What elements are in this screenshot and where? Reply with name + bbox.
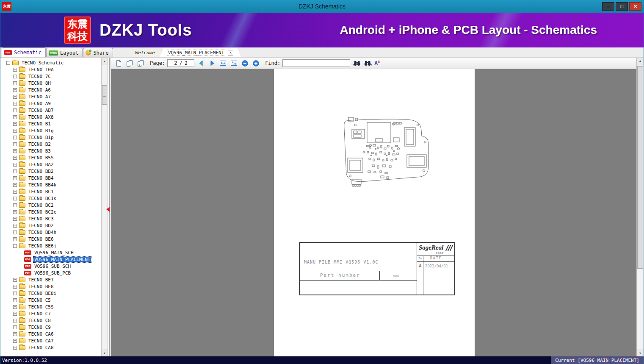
tree-item-folder[interactable]: +TECNO C8 <box>0 317 100 324</box>
expand-toggle-icon[interactable]: + <box>13 169 17 173</box>
expand-toggle-icon[interactable]: + <box>13 339 17 343</box>
match-case-icon[interactable]: Aa <box>374 60 380 66</box>
tree-item-folder[interactable]: +TECNO A9 <box>0 100 100 107</box>
tree-item-folder[interactable]: +TECNO BB4k <box>0 181 100 188</box>
tree-item-folder[interactable]: +TECNO 10A <box>0 66 100 73</box>
collapse-toggle-icon[interactable]: - <box>13 244 17 248</box>
close-tab-icon[interactable]: ✕ <box>228 50 233 56</box>
expand-toggle-icon[interactable]: + <box>13 149 17 153</box>
tree-item-folder[interactable]: +TECNO B1p <box>0 134 100 141</box>
expand-toggle-icon[interactable]: + <box>13 122 17 126</box>
single-page-icon[interactable] <box>114 59 123 68</box>
tree-item-folder[interactable]: +TECNO BC1 <box>0 188 100 195</box>
find-input[interactable] <box>282 59 350 67</box>
tree-item-folder[interactable]: +TECNO B1 <box>0 120 100 127</box>
expand-toggle-icon[interactable]: + <box>13 237 17 241</box>
expand-toggle-icon[interactable]: + <box>13 129 17 133</box>
expand-toggle-icon[interactable]: + <box>13 136 17 139</box>
expand-toggle-icon[interactable]: + <box>13 108 17 112</box>
tree-item-folder[interactable]: +TECNO C5 <box>0 297 100 303</box>
doc-tab-welcome[interactable]: Welcome <box>128 48 163 57</box>
tree-item-folder[interactable]: +TECNO 7C <box>0 73 100 80</box>
tree-item-folder[interactable]: +TECNO A6 <box>0 86 100 93</box>
previous-page-icon[interactable] <box>196 59 205 68</box>
viewer-scrollbar[interactable]: ▲ ▼ <box>636 58 644 356</box>
tree-item-folder[interactable]: +TECNO BC2 <box>0 202 100 208</box>
tree-item-pdf[interactable]: PDFVQ596_SUB_PCB <box>0 270 100 276</box>
expand-toggle-icon[interactable]: + <box>13 224 17 228</box>
tree-item-folder[interactable]: +TECNO BA2 <box>0 161 100 168</box>
tree-item-pdf[interactable]: PDFVQ596_MAIN_PLACEMENT <box>0 256 100 263</box>
expand-toggle-icon[interactable]: + <box>13 319 17 322</box>
tree-item-folder[interactable]: +TECNO CA6 <box>0 331 100 337</box>
tree-item-folder[interactable]: +TECNO C5S <box>0 303 100 310</box>
page-number-input[interactable]: 2 / 2 <box>167 59 194 67</box>
expand-toggle-icon[interactable]: + <box>13 75 17 78</box>
doc-tab-vq596-main-placement[interactable]: VQ596_MAIN_PLACEMENT ✕ <box>160 48 241 57</box>
fit-width-icon[interactable] <box>218 59 227 68</box>
expand-toggle-icon[interactable]: + <box>13 81 17 85</box>
tab-schematic[interactable]: PDF Schematic <box>2 47 46 57</box>
expand-toggle-icon[interactable]: + <box>13 312 17 316</box>
expand-toggle-icon[interactable]: + <box>13 183 17 187</box>
collapse-toggle-icon[interactable]: - <box>6 61 10 65</box>
zoom-in-icon[interactable] <box>252 59 260 68</box>
tree-item-folder[interactable]: +TECNO B2 <box>0 141 100 147</box>
tree-item-folder[interactable]: -TECNO Schematic <box>0 59 100 66</box>
expand-toggle-icon[interactable]: + <box>13 115 17 119</box>
tree-item-folder[interactable]: +TECNO C7 <box>0 310 100 317</box>
expand-toggle-icon[interactable]: + <box>13 142 17 146</box>
tree-item-folder[interactable]: +TECNO BE6 <box>0 236 100 242</box>
tree-item-folder[interactable]: +TECNO CA7 <box>0 337 100 344</box>
expand-toggle-icon[interactable]: + <box>13 68 17 72</box>
expand-toggle-icon[interactable]: + <box>13 176 17 180</box>
tree-item-folder[interactable]: +TECNO A7 <box>0 93 100 100</box>
scroll-down-icon[interactable]: ▼ <box>102 350 108 356</box>
tree-item-folder[interactable]: +TECNO B5S <box>0 154 100 161</box>
expand-toggle-icon[interactable]: + <box>13 156 17 160</box>
tree-item-folder[interactable]: +TECNO BE8 <box>0 283 100 290</box>
tree-item-folder[interactable]: +TECNO B3 <box>0 147 100 154</box>
viewer-scrollbar-thumb[interactable] <box>637 66 643 269</box>
tree-item-folder[interactable]: +TECNO BD2 <box>0 222 100 229</box>
expand-toggle-icon[interactable]: + <box>13 298 17 302</box>
tree-item-pdf[interactable]: PDFVQ596_SUB_SCH <box>0 263 100 270</box>
tree-item-folder[interactable]: +TECNO BD4h <box>0 229 100 236</box>
tree-item-folder[interactable]: +TECNO CA8 <box>0 344 100 351</box>
multi-page-icon[interactable] <box>136 59 145 68</box>
tree-item-folder[interactable]: +TECNO BB4 <box>0 175 100 181</box>
minimize-button[interactable]: – <box>602 2 614 11</box>
tree-item-folder[interactable]: +TECNO BC2c <box>0 208 100 215</box>
expand-toggle-icon[interactable]: + <box>13 102 17 106</box>
tab-layout[interactable]: PADS Layout <box>46 48 83 57</box>
tree-item-folder[interactable]: +TECNO 8H <box>0 80 100 86</box>
fit-page-icon[interactable] <box>229 59 238 68</box>
expand-toggle-icon[interactable]: + <box>13 285 17 289</box>
maximize-button[interactable]: □ <box>616 2 628 11</box>
expand-toggle-icon[interactable]: + <box>13 197 17 200</box>
sidebar-scrollbar-thumb[interactable] <box>102 85 107 105</box>
expand-toggle-icon[interactable]: + <box>13 325 17 329</box>
expand-toggle-icon[interactable]: + <box>13 305 17 309</box>
tree-item-folder[interactable]: +TECNO BC3 <box>0 215 100 222</box>
viewer-scroll-up-icon[interactable]: ▲ <box>637 58 644 64</box>
scroll-up-icon[interactable]: ▲ <box>102 58 108 64</box>
expand-toggle-icon[interactable]: + <box>13 292 17 295</box>
expand-toggle-icon[interactable]: + <box>13 332 17 336</box>
viewer-scroll-down-icon[interactable]: ▼ <box>637 350 644 356</box>
tree-item-folder[interactable]: +TECNO BE7 <box>0 276 100 283</box>
tree-item-pdf[interactable]: PDFVQ596_MAIN_SCH <box>0 249 100 256</box>
expand-toggle-icon[interactable]: + <box>13 346 17 350</box>
tree-item-folder[interactable]: -TECNO BE6j <box>0 242 100 249</box>
expand-toggle-icon[interactable]: + <box>13 163 17 167</box>
expand-toggle-icon[interactable]: + <box>13 231 17 234</box>
expand-toggle-icon[interactable]: + <box>13 203 17 207</box>
expand-toggle-icon[interactable]: + <box>13 88 17 92</box>
tree-item-folder[interactable]: +TECNO AB7 <box>0 107 100 114</box>
expand-toggle-icon[interactable]: + <box>13 95 17 99</box>
expand-toggle-icon[interactable]: + <box>13 217 17 221</box>
next-page-icon[interactable] <box>207 59 216 68</box>
facing-pages-icon[interactable] <box>125 59 134 68</box>
find-next-icon[interactable] <box>363 59 372 68</box>
tree-item-folder[interactable]: +TECNO BB2 <box>0 168 100 175</box>
